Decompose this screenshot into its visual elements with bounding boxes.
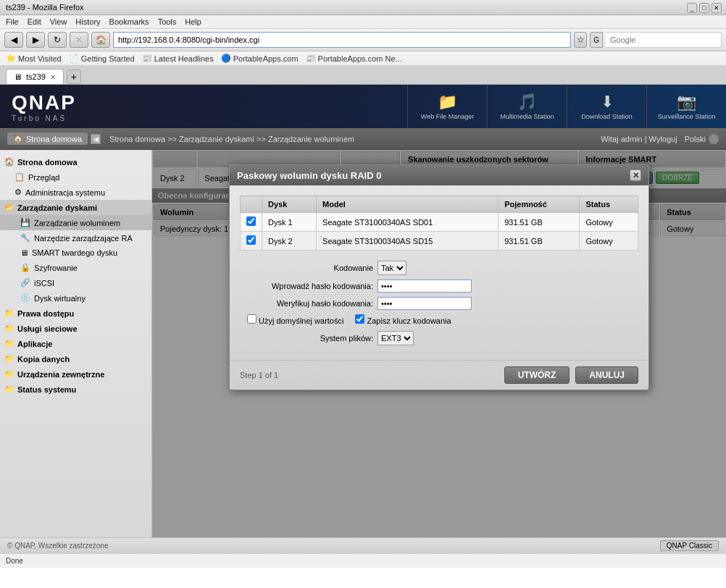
- rss-icon: 📰: [142, 54, 152, 63]
- filesystem-label: System plików:: [240, 334, 377, 343]
- bookmark-getting-started[interactable]: 📄 Getting Started: [69, 54, 135, 63]
- sidebar-item-szyfrowanie[interactable]: 🔒 Szyfrowanie: [0, 260, 151, 275]
- url-bar[interactable]: [113, 32, 571, 48]
- bookmark-star[interactable]: ☆: [574, 32, 587, 48]
- disk2-checkbox[interactable]: [246, 235, 256, 245]
- sidebar-item-dysk-wirtualny[interactable]: 💿 Dysk wirtualny: [0, 290, 151, 306]
- sidebar-item-narzedzie[interactable]: 🔧 Narzędzie zarządzające RA: [0, 230, 151, 245]
- browser-toolbar: ◀ ▶ ↻ ✕ 🏠 ☆ G: [0, 29, 726, 51]
- surveillance-station-icon: 📷: [677, 93, 696, 112]
- dysk-wirtualny-icon: 💿: [20, 293, 30, 303]
- browser-menubar: File Edit View History Bookmarks Tools H…: [0, 15, 726, 29]
- sidebar-item-iscsi[interactable]: 🔗 iSCSI: [0, 275, 151, 290]
- classic-button[interactable]: QNAP Classic: [660, 540, 719, 551]
- topbar-lang[interactable]: Polski: [685, 135, 706, 143]
- status-folder-icon: 📁: [4, 385, 14, 394]
- bookmark-icon: ⭐: [6, 54, 16, 63]
- bookmarks-bar: ⭐ Most Visited 📄 Getting Started 📰 Lates…: [0, 51, 726, 66]
- sidebar-section-uslugi[interactable]: 📁 Usługi sieciowe: [0, 321, 151, 336]
- home-button[interactable]: 🏠: [91, 32, 110, 48]
- sidebar-section-kopia[interactable]: 📁 Kopia danych: [0, 351, 151, 366]
- sidebar-item-przeglad[interactable]: 📋 Przegląd: [0, 169, 151, 185]
- enter-password-input[interactable]: [377, 280, 472, 293]
- reload-button[interactable]: ↻: [48, 32, 67, 48]
- modal-overlay: Paskowy wolumin dysku RAID 0 ✕ Dysk Mode…: [152, 150, 726, 537]
- sidebar-section-status[interactable]: 📁 Status systemu: [0, 382, 151, 397]
- menu-help[interactable]: Help: [185, 17, 201, 26]
- iscsi-icon: 🔗: [20, 278, 30, 287]
- sidebar-section-dyski[interactable]: 📂 Zarządzanie dyskami: [0, 200, 151, 215]
- tab-ts239[interactable]: 🖥 ts239 ✕: [6, 69, 64, 84]
- nav-surveillance-station[interactable]: 📷 Surveillance Station: [646, 85, 726, 128]
- filesystem-select[interactable]: EXT3 EXT4: [377, 331, 414, 345]
- sidebar-item-wolumin[interactable]: 💾 Zarządzanie woluminem: [0, 215, 151, 230]
- search-input[interactable]: [606, 32, 722, 48]
- bookmark-icon: 📄: [69, 54, 79, 63]
- footer-buttons: UTWÓRZ ANULUJ: [504, 366, 638, 384]
- uslugi-folder-icon: 📁: [4, 324, 14, 333]
- bookmark-portableapps[interactable]: 🔵 PortableApps.com: [221, 54, 299, 63]
- download-station-icon: ⬇: [601, 93, 614, 112]
- use-default-checkbox[interactable]: [247, 314, 256, 324]
- encoding-label: Kodowanie: [240, 264, 377, 272]
- menu-edit[interactable]: Edit: [28, 17, 41, 26]
- save-key-label[interactable]: Zapisz klucz kodowania: [355, 314, 451, 325]
- modal-dialog: Paskowy wolumin dysku RAID 0 ✕ Dysk Mode…: [229, 164, 649, 390]
- menu-file[interactable]: File: [6, 17, 19, 26]
- home-folder-icon: 🏠: [4, 157, 14, 167]
- modal-disk-row: Dysk 2 Seagate ST31000340AS SD15 931.51 …: [241, 232, 638, 251]
- forward-button[interactable]: ▶: [26, 32, 45, 48]
- sidebar-toggle-button[interactable]: ◀: [91, 134, 101, 144]
- sidebar-section-prawa[interactable]: 📁 Prawa dostępu: [0, 306, 151, 321]
- modal-close-button[interactable]: ✕: [630, 169, 641, 181]
- maximize-btn[interactable]: □: [699, 3, 709, 13]
- cancel-button[interactable]: ANULUJ: [575, 366, 638, 384]
- search-engine-icon: G: [590, 32, 603, 48]
- tab-favicon: 🖥: [14, 72, 22, 81]
- sidebar-item-administracja[interactable]: ⚙ Administracja systemu: [0, 185, 151, 200]
- menu-bookmarks[interactable]: Bookmarks: [109, 17, 149, 26]
- szyfrowanie-icon: 🔒: [20, 263, 30, 272]
- sidebar-section-aplikacje[interactable]: 📁 Aplikacje: [0, 336, 151, 351]
- bookmark-most-visited[interactable]: ⭐ Most Visited: [6, 54, 62, 63]
- new-tab-button[interactable]: +: [67, 70, 81, 84]
- sidebar-section-urzadzenia[interactable]: 📁 Urządzenia zewnętrzne: [0, 366, 151, 382]
- menu-view[interactable]: View: [50, 17, 67, 26]
- enter-password-row: Wprowadź hasło kodowania:: [240, 280, 638, 293]
- qnap-nav-icons: 📁 Web File Manager 🎵 Multimedia Station …: [407, 85, 726, 128]
- nav-multimedia-station[interactable]: 🎵 Multimedia Station: [487, 85, 567, 128]
- menu-tools[interactable]: Tools: [158, 17, 177, 26]
- minimize-btn[interactable]: _: [687, 3, 697, 13]
- bookmark-portableapps-ne[interactable]: 📰 PortableApps.com Ne...: [306, 54, 402, 63]
- create-button[interactable]: UTWÓRZ: [504, 366, 570, 384]
- browser-title: ts239 - Mozilla Firefox: [6, 3, 84, 12]
- topbar-home-link[interactable]: 🏠 Strona domowa: [7, 133, 88, 145]
- use-default-label[interactable]: Użyj domyślnej wartości: [247, 314, 343, 325]
- content-area: Skanowanie uszkodzonych sektorów Informa…: [152, 150, 726, 537]
- menu-history[interactable]: History: [75, 17, 100, 26]
- nav-download-station[interactable]: ⬇ Download Station: [567, 85, 646, 128]
- nav-web-file-manager[interactable]: 📁 Web File Manager: [407, 85, 487, 128]
- tab-close-button[interactable]: ✕: [50, 73, 56, 81]
- modal-title: Paskowy wolumin dysku RAID 0: [237, 170, 381, 181]
- stop-button[interactable]: ✕: [70, 32, 88, 48]
- browser-titlebar: ts239 - Mozilla Firefox _ □ ✕: [0, 0, 726, 15]
- main-content: 🏠 Strona domowa 📋 Przegląd ⚙ Administrac…: [0, 150, 726, 537]
- lang-icon[interactable]: [709, 134, 719, 144]
- multimedia-station-icon: 🎵: [517, 93, 537, 112]
- sidebar: 🏠 Strona domowa 📋 Przegląd ⚙ Administrac…: [0, 150, 152, 537]
- app-topbar: 🏠 Strona domowa ◀ Strona domowa >> Zarzą…: [0, 128, 726, 150]
- disk1-checkbox[interactable]: [246, 217, 256, 226]
- sidebar-item-smart[interactable]: 🖥 SMART twardego dysku: [0, 245, 151, 260]
- back-button[interactable]: ◀: [4, 32, 23, 48]
- verify-password-input[interactable]: [377, 297, 472, 310]
- sidebar-item-strona-domowa[interactable]: 🏠 Strona domowa: [0, 154, 151, 169]
- app-wrapper: QNAP Turbo NAS 📁 Web File Manager 🎵 Mult…: [0, 85, 726, 553]
- encoding-select[interactable]: Tak Nie: [377, 261, 406, 275]
- save-key-checkbox[interactable]: [355, 314, 364, 324]
- modal-disk-row: Dysk 1 Seagate ST31000340AS SD01 931.51 …: [241, 213, 638, 232]
- close-btn[interactable]: ✕: [712, 3, 722, 13]
- bookmark-headlines[interactable]: 📰 Latest Headlines: [142, 54, 214, 63]
- modal-disk-table: Dysk Model Pojemność Status: [240, 196, 638, 251]
- portableapps-ne-icon: 📰: [306, 54, 316, 63]
